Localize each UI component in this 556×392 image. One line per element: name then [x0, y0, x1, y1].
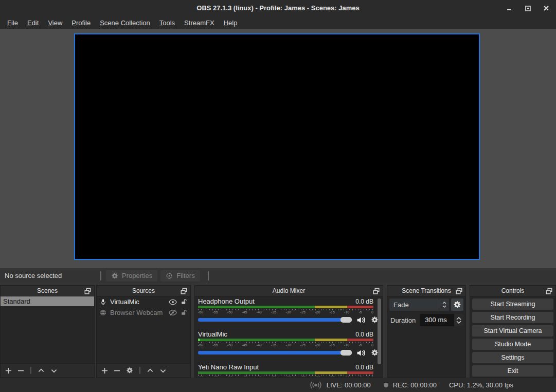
sources-panel-header[interactable]: Sources — [97, 286, 190, 296]
volume-slider[interactable] — [198, 318, 352, 322]
remove-scene-icon[interactable] — [17, 367, 24, 374]
mixer-channel: Headphone Output 0.0 dB -60-55-50-45-40-… — [198, 297, 379, 324]
studio-mode-button[interactable]: Studio Mode — [472, 339, 553, 350]
duration-spinbox[interactable]: 300 ms — [420, 314, 463, 326]
minimize-icon[interactable] — [506, 5, 513, 12]
tick-label: -40 — [257, 376, 262, 377]
tick-label: -25 — [300, 310, 306, 314]
source-properties-gear-icon[interactable] — [126, 367, 133, 374]
scene-item[interactable]: Standard — [1, 296, 94, 306]
mixer-scrollbar[interactable] — [378, 298, 381, 364]
popout-icon[interactable] — [84, 287, 92, 295]
menu-view[interactable]: View — [43, 17, 67, 28]
scenes-toolbar — [1, 363, 94, 377]
speaker-icon[interactable] — [356, 316, 366, 324]
add-scene-icon[interactable] — [5, 367, 12, 374]
popout-icon[interactable] — [180, 287, 188, 295]
meter-peak-indicator — [198, 339, 200, 341]
menu-tools[interactable]: Tools — [155, 17, 180, 28]
settings-button[interactable]: Settings — [472, 352, 553, 363]
visibility-eye-slash-icon[interactable] — [169, 309, 177, 316]
visibility-eye-icon[interactable] — [169, 299, 177, 305]
window-controls — [506, 0, 550, 16]
move-scene-up-icon[interactable] — [38, 367, 45, 374]
preview-canvas[interactable] — [74, 33, 480, 260]
meter-tick-labels: -60-55-50-45-40-35-30-25-20-15-10-50 — [198, 310, 373, 314]
volume-slider[interactable] — [198, 351, 352, 354]
move-scene-down-icon[interactable] — [50, 367, 58, 374]
popout-icon[interactable] — [545, 287, 553, 295]
mixer-channel: Yeti Nano Raw Input 0.0 dB -60-55-50-45-… — [198, 363, 379, 377]
tick-label: 0 — [371, 376, 373, 377]
popout-icon[interactable] — [455, 287, 463, 295]
tick-label: -40 — [257, 310, 262, 314]
filters-label: Filters — [176, 272, 194, 279]
speaker-icon[interactable] — [356, 349, 366, 357]
meter-tick-labels: -60-55-50-45-40-35-30-25-20-15-10-50 — [198, 343, 373, 347]
mixer-panel-header[interactable]: Audio Mixer — [195, 286, 383, 296]
tick-label: -10 — [344, 343, 349, 347]
scenes-title: Scenes — [1, 286, 94, 296]
microphone-icon — [100, 298, 106, 306]
tick-label: -10 — [344, 310, 349, 314]
channel-name: Yeti Nano Raw Input — [198, 363, 259, 371]
properties-button[interactable]: Properties — [106, 270, 157, 282]
volume-meter: -60-55-50-45-40-35-30-25-20-15-10-50 — [198, 306, 373, 314]
move-source-down-icon[interactable] — [159, 367, 167, 374]
menu-profile[interactable]: Profile — [67, 17, 95, 28]
tick-label: -40 — [257, 343, 262, 347]
audio-mixer-panel: Audio Mixer Headphone Output 0.0 dB -60-… — [194, 285, 383, 378]
mixer-channel: VirtualMic 0.0 dB -60-55-50-45-40-35-30-… — [198, 330, 379, 357]
scene-transitions-panel: Scene Transitions Fade — [387, 285, 466, 378]
tick-label: -10 — [344, 376, 349, 377]
volume-slider-handle[interactable] — [340, 317, 352, 323]
workspace — [0, 29, 556, 268]
sources-title: Sources — [97, 286, 190, 296]
volume-meter: -60-55-50-45-40-35-30-25-20-15-10-50 — [198, 371, 373, 377]
add-source-icon[interactable] — [101, 367, 108, 374]
start-recording-button[interactable]: Start Recording — [472, 312, 553, 323]
scenes-panel-header[interactable]: Scenes — [1, 286, 94, 296]
tick-label: -60 — [198, 376, 203, 377]
filter-icon — [166, 272, 173, 279]
duration-label: Duration — [390, 316, 416, 324]
duration-value: 300 ms — [420, 314, 454, 326]
gear-icon — [111, 272, 118, 279]
sources-list: VirtualMic Browser Webcam — [97, 296, 190, 363]
status-bar: LIVE: 00:00:00 REC: 00:00:00 CPU: 1.2%, … — [0, 378, 556, 392]
start-virtual-camera-button[interactable]: Start Virtual Camera — [472, 325, 553, 337]
tick-label: -50 — [227, 310, 232, 314]
source-toolbar: No source selected Properties Filters — [0, 268, 556, 283]
spinbox-arrows-icon[interactable] — [454, 314, 463, 326]
popout-icon[interactable] — [372, 287, 380, 295]
meter-tick-labels: -60-55-50-45-40-35-30-25-20-15-10-50 — [198, 376, 373, 377]
gear-icon — [453, 301, 461, 309]
live-status: LIVE: 00:00:00 — [309, 381, 371, 389]
start-streaming-button[interactable]: Start Streaming — [472, 298, 553, 310]
move-source-up-icon[interactable] — [147, 367, 154, 374]
remove-source-icon[interactable] — [114, 367, 120, 374]
menu-help[interactable]: Help — [219, 17, 242, 28]
controls-panel-header[interactable]: Controls — [470, 286, 555, 296]
menu-streamfx[interactable]: StreamFX — [180, 17, 219, 28]
live-time: LIVE: 00:00:00 — [327, 381, 371, 389]
transitions-panel-header[interactable]: Scene Transitions — [387, 286, 465, 296]
volume-meter: -60-55-50-45-40-35-30-25-20-15-10-50 — [198, 339, 373, 347]
unlock-icon[interactable] — [181, 298, 187, 305]
volume-slider-handle[interactable] — [340, 350, 352, 356]
exit-button[interactable]: Exit — [472, 365, 553, 377]
source-row[interactable]: VirtualMic — [97, 296, 190, 307]
source-row[interactable]: Browser Webcam — [97, 307, 190, 318]
tick-label: -30 — [285, 310, 291, 314]
no-source-selected-label: No source selected — [0, 272, 96, 279]
transition-select[interactable]: Fade — [389, 298, 449, 311]
close-icon[interactable] — [543, 5, 550, 12]
unlock-icon[interactable] — [181, 309, 187, 316]
menu-scene-collection[interactable]: Scene Collection — [95, 17, 155, 28]
menu-file[interactable]: File — [3, 17, 23, 28]
menu-edit[interactable]: Edit — [23, 17, 43, 28]
transitions-title: Scene Transitions — [387, 286, 465, 296]
filters-button[interactable]: Filters — [160, 270, 200, 282]
transition-properties-button[interactable] — [451, 298, 463, 311]
maximize-icon[interactable] — [524, 5, 531, 12]
